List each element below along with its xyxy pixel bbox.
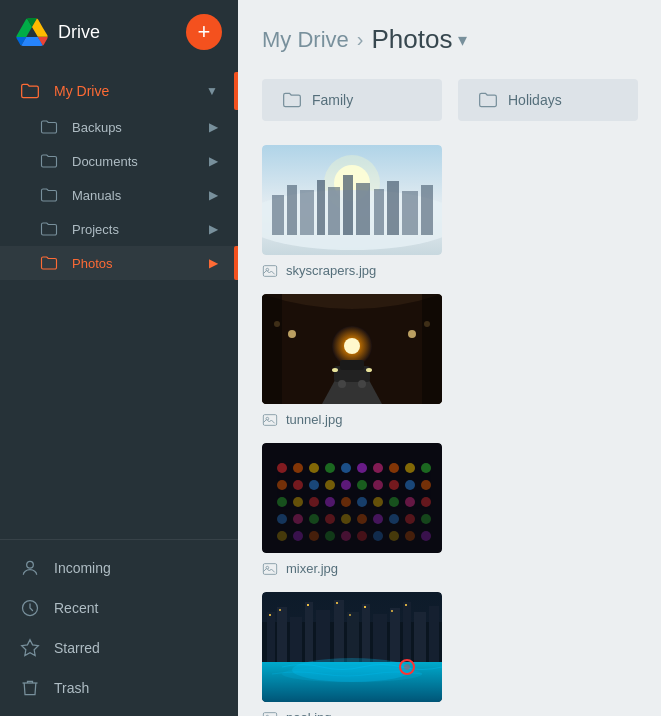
photo-label-mixer: mixer.jpg [262, 561, 442, 576]
folder-row: Family Holidays [262, 79, 637, 121]
photo-thumb-mixer [262, 443, 442, 553]
image-icon [262, 413, 278, 427]
folder-icon [40, 255, 58, 271]
recent-label: Recent [54, 600, 98, 616]
svg-rect-11 [328, 187, 340, 235]
svg-rect-101 [373, 614, 387, 662]
photo-item-mixer[interactable]: mixer.jpg [262, 443, 442, 576]
mixer-filename: mixer.jpg [286, 561, 338, 576]
svg-rect-112 [391, 610, 393, 612]
new-button[interactable]: + [186, 14, 222, 50]
svg-point-118 [404, 664, 410, 670]
photo-thumb-skyscrapers [262, 145, 442, 255]
svg-rect-100 [362, 604, 370, 662]
svg-rect-119 [263, 712, 276, 716]
svg-rect-99 [347, 612, 359, 662]
folder-icon [20, 82, 40, 100]
folder-icon [40, 221, 58, 237]
sidebar-bottom-section: Incoming Recent Starred Trash [0, 539, 238, 716]
svg-rect-14 [374, 189, 384, 235]
svg-rect-28 [422, 294, 442, 404]
image-icon [262, 711, 278, 717]
chevron-right-icon: ▶ [209, 120, 218, 134]
image-icon [262, 562, 278, 576]
svg-rect-97 [316, 610, 330, 662]
svg-rect-13 [356, 183, 370, 235]
photos-label: Photos [72, 256, 112, 271]
active-bar [234, 246, 238, 280]
svg-rect-105 [429, 606, 439, 662]
sidebar: Drive + My Drive ▼ Backups ▶ Documents [0, 0, 238, 716]
folder-card-family[interactable]: Family [262, 79, 442, 121]
svg-rect-8 [287, 185, 297, 235]
backups-label: Backups [72, 120, 122, 135]
my-drive-arrow-icon: ▼ [206, 84, 218, 98]
breadcrumb-dropdown-icon[interactable]: ▾ [458, 29, 467, 51]
chevron-right-icon: ▶ [209, 188, 218, 202]
breadcrumb-current-label: Photos [371, 24, 452, 55]
svg-point-34 [366, 368, 372, 372]
folder-icon [40, 187, 58, 203]
documents-label: Documents [72, 154, 138, 169]
folder-icon [40, 153, 58, 169]
sidebar-item-backups[interactable]: Backups ▶ [0, 110, 238, 144]
starred-label: Starred [54, 640, 100, 656]
svg-rect-96 [305, 602, 313, 662]
photo-label-skyscrapers: skyscrapers.jpg [262, 263, 442, 278]
svg-rect-88 [262, 443, 442, 553]
sidebar-item-projects[interactable]: Projects ▶ [0, 212, 238, 246]
breadcrumb-separator-icon: › [357, 28, 364, 51]
sidebar-header: Drive + [0, 0, 238, 64]
sidebar-item-manuals[interactable]: Manuals ▶ [0, 178, 238, 212]
active-bar [234, 72, 238, 110]
svg-point-33 [332, 368, 338, 372]
star-icon [20, 638, 40, 658]
app-title: Drive [58, 22, 100, 43]
sidebar-item-recent[interactable]: Recent [0, 588, 238, 628]
pool-filename: pool.jpg [286, 710, 332, 716]
sidebar-item-photos[interactable]: Photos ▶ [0, 246, 238, 280]
sidebar-item-trash[interactable]: Trash [0, 668, 238, 708]
svg-rect-94 [277, 607, 287, 662]
svg-rect-7 [272, 195, 284, 235]
svg-point-0 [27, 561, 34, 568]
breadcrumb-parent[interactable]: My Drive [262, 27, 349, 53]
chevron-right-icon: ▶ [209, 256, 218, 270]
folder-holidays-label: Holidays [508, 92, 562, 108]
svg-rect-103 [403, 602, 411, 662]
photo-item-pool[interactable]: pool.jpg [262, 592, 442, 716]
svg-rect-10 [317, 180, 325, 235]
svg-point-22 [344, 338, 360, 354]
photo-item-skyscrapers[interactable]: skyscrapers.jpg [262, 145, 442, 278]
tunnel-filename: tunnel.jpg [286, 412, 342, 427]
trash-icon [20, 678, 40, 698]
svg-rect-95 [290, 617, 302, 662]
svg-rect-111 [364, 606, 366, 608]
breadcrumb-current: Photos ▾ [371, 24, 467, 55]
image-icon [262, 264, 278, 278]
photo-label-pool: pool.jpg [262, 710, 442, 716]
sidebar-item-documents[interactable]: Documents ▶ [0, 144, 238, 178]
sidebar-item-incoming[interactable]: Incoming [0, 548, 238, 588]
sidebar-nav: My Drive ▼ Backups ▶ Documents ▶ Manuals… [0, 64, 238, 539]
main-content: My Drive › Photos ▾ Family Holidays [238, 0, 661, 716]
svg-rect-9 [300, 190, 314, 235]
folder-card-holidays[interactable]: Holidays [458, 79, 638, 121]
svg-rect-113 [405, 604, 407, 606]
logo-area: Drive [16, 18, 100, 46]
svg-rect-98 [334, 600, 344, 662]
folder-family-label: Family [312, 92, 353, 108]
svg-rect-108 [307, 604, 309, 606]
my-drive-label: My Drive [54, 83, 109, 99]
photo-item-tunnel[interactable]: tunnel.jpg [262, 294, 442, 427]
svg-point-23 [288, 330, 296, 338]
google-drive-logo-icon [16, 18, 48, 46]
sidebar-item-starred[interactable]: Starred [0, 628, 238, 668]
projects-label: Projects [72, 222, 119, 237]
person-icon [20, 558, 40, 578]
svg-rect-15 [387, 181, 399, 235]
svg-point-31 [338, 380, 346, 388]
manuals-label: Manuals [72, 188, 121, 203]
svg-point-32 [358, 380, 366, 388]
sidebar-item-my-drive[interactable]: My Drive ▼ [0, 72, 238, 110]
